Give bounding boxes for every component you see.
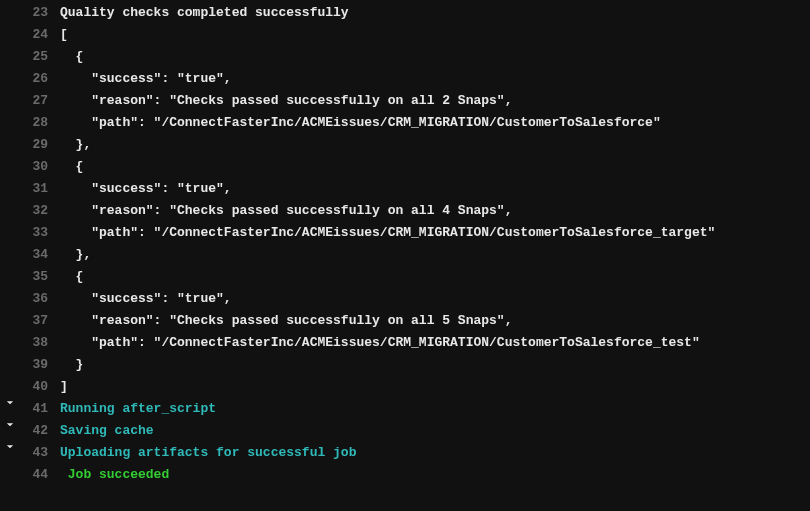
log-text: Uploading artifacts for successful job — [60, 442, 810, 464]
line-number: 36 — [20, 288, 60, 310]
collapse-caret-icon[interactable] — [0, 420, 20, 430]
log-line: 26 "success": "true", — [0, 68, 810, 90]
line-number: 38 — [20, 332, 60, 354]
log-text: Saving cache — [60, 420, 810, 442]
log-text: Quality checks completed successfully — [60, 2, 810, 24]
log-text: "success": "true", — [60, 288, 810, 310]
log-text: "reason": "Checks passed successfully on… — [60, 90, 810, 112]
log-text: }, — [60, 244, 810, 266]
line-number: 28 — [20, 112, 60, 134]
line-number: 44 — [20, 464, 60, 486]
log-text: "path": "/ConnectFasterInc/ACMEissues/CR… — [60, 222, 810, 244]
log-text: "path": "/ConnectFasterInc/ACMEissues/CR… — [60, 112, 810, 134]
log-line: 27 "reason": "Checks passed successfully… — [0, 90, 810, 112]
job-log: 23Quality checks completed successfully2… — [0, 0, 810, 486]
log-line: 42Saving cache — [0, 420, 810, 442]
log-line: 39 } — [0, 354, 810, 376]
line-number: 40 — [20, 376, 60, 398]
log-line: 25 { — [0, 46, 810, 68]
log-text: "reason": "Checks passed successfully on… — [60, 310, 810, 332]
line-number: 43 — [20, 442, 60, 464]
log-line: 31 "success": "true", — [0, 178, 810, 200]
line-number: 37 — [20, 310, 60, 332]
log-line: 35 { — [0, 266, 810, 288]
log-text: { — [60, 156, 810, 178]
collapse-caret-icon[interactable] — [0, 442, 20, 452]
line-number: 25 — [20, 46, 60, 68]
line-number: 42 — [20, 420, 60, 442]
line-number: 30 — [20, 156, 60, 178]
line-number: 41 — [20, 398, 60, 420]
line-number: 34 — [20, 244, 60, 266]
collapse-caret-icon[interactable] — [0, 398, 20, 408]
log-text: "success": "true", — [60, 68, 810, 90]
line-number: 27 — [20, 90, 60, 112]
line-number: 35 — [20, 266, 60, 288]
line-number: 29 — [20, 134, 60, 156]
log-text: }, — [60, 134, 810, 156]
log-text: { — [60, 266, 810, 288]
log-text: } — [60, 354, 810, 376]
line-number: 31 — [20, 178, 60, 200]
log-line: 44 Job succeeded — [0, 464, 810, 486]
line-number: 33 — [20, 222, 60, 244]
line-number: 39 — [20, 354, 60, 376]
log-line: 40] — [0, 376, 810, 398]
log-line: 41Running after_script — [0, 398, 810, 420]
log-line: 37 "reason": "Checks passed successfully… — [0, 310, 810, 332]
log-line: 30 { — [0, 156, 810, 178]
line-number: 23 — [20, 2, 60, 24]
log-line: 23Quality checks completed successfully — [0, 2, 810, 24]
log-text: "path": "/ConnectFasterInc/ACMEissues/CR… — [60, 332, 810, 354]
log-text: Job succeeded — [60, 464, 810, 486]
log-line: 28 "path": "/ConnectFasterInc/ACMEissues… — [0, 112, 810, 134]
log-line: 29 }, — [0, 134, 810, 156]
log-text: Running after_script — [60, 398, 810, 420]
log-line: 43Uploading artifacts for successful job — [0, 442, 810, 464]
log-line: 38 "path": "/ConnectFasterInc/ACMEissues… — [0, 332, 810, 354]
log-text: [ — [60, 24, 810, 46]
log-line: 34 }, — [0, 244, 810, 266]
log-text: ] — [60, 376, 810, 398]
log-text: { — [60, 46, 810, 68]
log-text: "reason": "Checks passed successfully on… — [60, 200, 810, 222]
log-line: 24[ — [0, 24, 810, 46]
log-line: 36 "success": "true", — [0, 288, 810, 310]
line-number: 26 — [20, 68, 60, 90]
line-number: 32 — [20, 200, 60, 222]
log-line: 33 "path": "/ConnectFasterInc/ACMEissues… — [0, 222, 810, 244]
log-text: "success": "true", — [60, 178, 810, 200]
log-line: 32 "reason": "Checks passed successfully… — [0, 200, 810, 222]
line-number: 24 — [20, 24, 60, 46]
